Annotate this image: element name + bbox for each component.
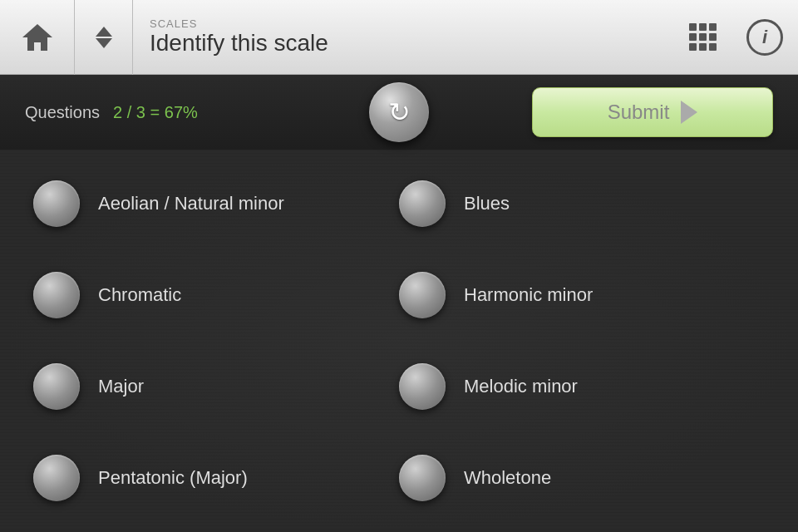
radio-harmonic[interactable] <box>399 272 446 318</box>
scale-option-wholetone[interactable]: Wholetone <box>399 432 765 524</box>
sort-icon <box>96 27 112 48</box>
radio-aeolian[interactable] <box>33 180 80 227</box>
nav-title: Identify this scale <box>150 30 673 57</box>
scale-name-major: Major <box>98 376 144 397</box>
scale-name-pentatonic: Pentatonic (Major) <box>98 467 248 489</box>
sort-button[interactable] <box>75 0 133 75</box>
scale-name-chromatic: Chromatic <box>98 284 181 306</box>
scale-name-aeolian: Aeolian / Natural minor <box>98 193 284 214</box>
navbar: SCALES Identify this scale i <box>0 0 798 75</box>
scale-name-melodic: Melodic minor <box>464 376 578 397</box>
scale-name-harmonic: Harmonic minor <box>464 284 593 306</box>
scale-option-aeolian[interactable]: Aeolian / Natural minor <box>33 158 399 249</box>
submit-arrow-icon <box>681 101 697 124</box>
nav-title-area: SCALES Identify this scale <box>133 17 673 57</box>
grid-button[interactable] <box>673 0 732 75</box>
scale-name-blues: Blues <box>464 193 510 214</box>
grid-icon <box>689 23 717 51</box>
home-button[interactable] <box>0 0 75 75</box>
refresh-icon: ↻ <box>388 99 411 126</box>
submit-button[interactable]: Submit <box>532 87 773 137</box>
scale-option-chromatic[interactable]: Chromatic <box>33 249 399 341</box>
radio-blues[interactable] <box>399 180 446 227</box>
refresh-button[interactable]: ↻ <box>369 82 429 142</box>
questions-bar: Questions 2 / 3 = 67% ↻ Submit <box>0 75 798 150</box>
questions-label: Questions <box>25 103 100 122</box>
radio-pentatonic[interactable] <box>33 455 80 501</box>
questions-value: 2 / 3 = 67% <box>113 103 198 122</box>
radio-wholetone[interactable] <box>399 455 446 501</box>
scale-option-blues[interactable]: Blues <box>399 158 765 249</box>
scale-name-wholetone: Wholetone <box>464 467 551 489</box>
scale-option-harmonic[interactable]: Harmonic minor <box>399 249 765 341</box>
scale-option-melodic[interactable]: Melodic minor <box>399 341 765 432</box>
radio-melodic[interactable] <box>399 363 446 410</box>
home-icon <box>19 19 56 56</box>
scale-option-major[interactable]: Major <box>33 341 399 432</box>
radio-chromatic[interactable] <box>33 272 80 318</box>
radio-major[interactable] <box>33 363 80 410</box>
nav-subtitle: SCALES <box>150 17 673 30</box>
scale-option-pentatonic[interactable]: Pentatonic (Major) <box>33 432 399 524</box>
submit-label: Submit <box>608 101 670 124</box>
scale-options-grid: Aeolian / Natural minor Blues Chromatic … <box>0 150 798 532</box>
info-icon: i <box>746 19 783 56</box>
info-button[interactable]: i <box>732 0 798 75</box>
